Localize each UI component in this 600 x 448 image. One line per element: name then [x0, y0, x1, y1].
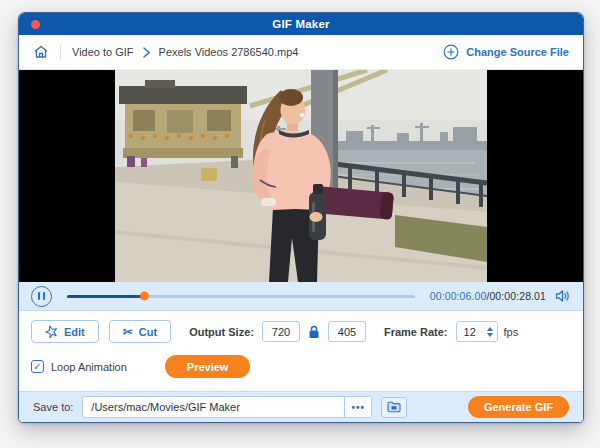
save-to-label: Save to:: [33, 401, 73, 413]
cut-label: Cut: [139, 326, 157, 338]
pause-button[interactable]: [31, 286, 52, 307]
browse-button[interactable]: •••: [344, 397, 371, 417]
divider: [60, 45, 61, 60]
breadcrumb-section[interactable]: Video to GIF: [72, 46, 134, 58]
output-height-input[interactable]: 405: [328, 321, 366, 342]
volume-icon[interactable]: [555, 289, 571, 303]
settings-panel: Edit ✂ Cut Output Size: 720 405 Frame Ra…: [19, 311, 583, 391]
generate-gif-button[interactable]: Generate GIF: [468, 396, 569, 418]
breadcrumb-file: Pexels Videos 2786540.mp4: [159, 46, 299, 58]
current-time: 00:00:06.00: [430, 290, 487, 302]
app-window: GIF Maker Video to GIF Pexels Videos 278…: [18, 12, 584, 423]
titlebar: GIF Maker: [19, 13, 583, 35]
cut-button[interactable]: ✂ Cut: [109, 320, 171, 343]
open-folder-button[interactable]: [381, 397, 407, 418]
video-preview: [19, 70, 583, 282]
save-path-value[interactable]: /Users/mac/Movies/GIF Maker: [83, 397, 344, 417]
edit-label: Edit: [64, 326, 85, 338]
sparkle-star-icon: [45, 325, 58, 338]
output-width-input[interactable]: 720: [262, 321, 300, 342]
frame-rate-input[interactable]: 12: [456, 321, 498, 342]
breadcrumb: Video to GIF Pexels Videos 2786540.mp4 C…: [19, 35, 583, 70]
window-title: GIF Maker: [19, 18, 583, 30]
fps-label: fps: [504, 326, 519, 338]
edit-button[interactable]: Edit: [31, 320, 99, 343]
preview-button[interactable]: Preview: [165, 355, 251, 378]
slider-track[interactable]: [67, 295, 415, 298]
slider-thumb[interactable]: [140, 292, 149, 301]
save-path-input[interactable]: /Users/mac/Movies/GIF Maker •••: [82, 396, 372, 418]
video-frame-image: [115, 70, 487, 282]
output-size-label: Output Size:: [189, 326, 254, 338]
loop-animation-label: Loop Animation: [51, 361, 127, 373]
time-display: 00:00:06.00/00:00:28.01: [430, 290, 546, 302]
frame-rate-value: 12: [464, 326, 476, 338]
change-source-file-label: Change Source File: [466, 46, 569, 58]
loop-animation-checkbox[interactable]: ✓ Loop Animation: [31, 360, 127, 373]
change-source-file-button[interactable]: Change Source File: [443, 44, 569, 60]
scissors-icon: ✂: [123, 326, 133, 338]
save-bar: Save to: /Users/mac/Movies/GIF Maker •••…: [19, 391, 583, 422]
frame-rate-label: Frame Rate:: [384, 326, 448, 338]
playback-bar: 00:00:06.00/00:00:28.01: [19, 282, 583, 311]
seek-slider[interactable]: [67, 290, 415, 302]
plus-circle-icon: [443, 44, 459, 60]
home-icon[interactable]: [33, 44, 49, 60]
folder-icon: [387, 401, 401, 413]
lock-icon[interactable]: [308, 325, 320, 339]
total-time: /00:00:28.01: [486, 290, 546, 302]
close-button-icon[interactable]: [31, 20, 40, 29]
slider-fill: [67, 295, 145, 298]
chevron-right-icon: [142, 47, 151, 58]
checkbox-box[interactable]: ✓: [31, 360, 44, 373]
stepper-arrows-icon[interactable]: [487, 327, 493, 337]
checkmark-icon: ✓: [33, 362, 41, 372]
left-crane: [119, 80, 247, 168]
